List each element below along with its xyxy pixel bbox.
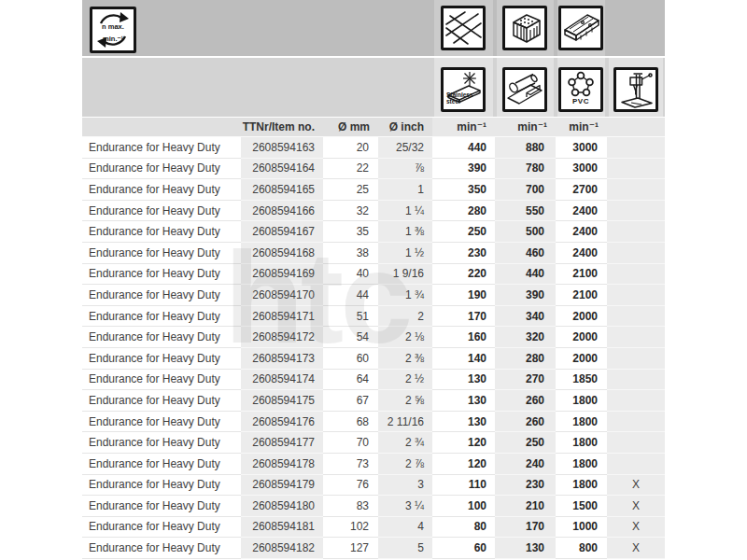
table-row: Endurance for Heavy Duty 2608594181 102 … [82,516,665,538]
diameter-inch-cell: 1 ½ [378,242,432,263]
product-name-cell: Endurance for Heavy Duty [82,200,241,221]
diameter-mm-cell: 25 [323,179,378,201]
item-no-cell: 2608594168 [241,242,323,263]
rpm-wood-cell: 1800 [556,432,607,454]
rpm-tiles-cell: 130 [432,369,495,390]
drill-stand-cell [607,242,665,263]
item-no-cell: 2608594178 [241,453,323,474]
rpm-tiles-cell: 190 [432,285,495,306]
item-no-cell: 2608594169 [241,263,323,285]
diameter-mm-cell: 70 [323,432,378,454]
rotation-speed-icon: n max. min.⁻¹ [90,7,136,53]
rpm-brick-cell: 320 [495,327,556,348]
drill-stand-cell: X [607,496,665,517]
item-no-cell: 2608594172 [241,327,323,348]
diameter-inch-cell: 1 9/16 [378,263,432,285]
drill-stand-cell [607,327,665,348]
drill-stand-cell [607,221,665,243]
diameter-mm-cell: 54 [323,327,378,348]
rpm-brick-cell: 340 [495,305,556,327]
diameter-inch-cell: 1 ⅜ [378,221,432,243]
diameter-inch-cell: 2 11/16 [378,411,432,432]
rpm-wood-cell: 1850 [556,369,607,390]
item-no-cell: 2608594174 [241,369,323,390]
drill-stand-cell [607,390,665,412]
rpm-wood-cell: 1800 [556,474,607,496]
catalog-spec-page: n max. min.⁻¹ [0,0,747,560]
diameter-mm-cell: 44 [323,285,378,306]
rpm-brick-cell: 460 [495,242,556,263]
rpm-brick-cell: 260 [495,390,556,412]
drill-stand-cell: X [607,538,665,559]
diameter-inch-cell: 2 ⅝ [378,390,432,412]
item-no-cell: 2608594164 [241,158,323,179]
rpm-tiles-cell: 130 [432,390,495,412]
rpm-wood-cell: 1800 [556,411,607,432]
item-no-cell: 2608594182 [241,538,323,559]
wood-board-icon [558,6,603,50]
item-no-cell: 2608594173 [241,347,323,369]
diameter-inch-cell: 2 [378,305,432,327]
item-no-cell: 2608594166 [241,200,323,221]
table-row: Endurance for Heavy Duty 2608594176 68 2… [82,411,665,432]
rpm-brick-cell: 270 [495,369,556,390]
diameter-mm-cell: 32 [323,200,378,221]
pvc-icon: PVC [558,67,603,112]
item-no-cell: 2608594170 [241,285,323,306]
rpm-wood-cell: 3000 [556,137,607,159]
product-name-cell: Endurance for Heavy Duty [82,496,241,517]
item-no-cell: 2608594181 [241,516,323,538]
diameter-inch-cell: 1 ¾ [378,285,432,306]
rpm-brick-cell: 500 [495,221,556,243]
rpm-tiles-cell: 250 [432,221,495,243]
diameter-inch-cell: 2 ⅞ [378,453,432,474]
diameter-mm-cell: 83 [323,496,378,517]
rpm-tiles-cell: 230 [432,242,495,263]
spec-table: TTNr/Item no. Ø mm Ø inch min⁻¹ min⁻¹ mi… [82,118,665,559]
diameter-mm-column-header: Ø mm [323,118,378,137]
diameter-mm-cell: 51 [323,305,378,327]
item-no-column-header: TTNr/Item no. [241,118,323,137]
diameter-inch-column-header: Ø inch [378,118,432,137]
diameter-mm-cell: 40 [323,263,378,285]
diameter-inch-cell: 3 [378,474,432,496]
drill-stand-cell [607,200,665,221]
rpm-tiles-cell: 350 [432,179,495,201]
table-row: Endurance for Heavy Duty 2608594163 20 2… [82,137,665,159]
rpm-tiles-cell: 280 [432,200,495,221]
drill-stand-cell [607,305,665,327]
table-row: Endurance for Heavy Duty 2608594182 127 … [82,538,665,559]
rpm-wood-cell: 1000 [556,516,607,538]
drill-stand-cell [607,285,665,306]
product-name-cell: Endurance for Heavy Duty [82,453,241,474]
product-name-cell: Endurance for Heavy Duty [82,179,241,201]
item-no-cell: 2608594176 [241,411,323,432]
rpm-wood-cell: 2400 [556,221,607,243]
rpm-wood-cell: 2000 [556,327,607,348]
rpm-wood-cell: 2000 [556,305,607,327]
rpm-brick-cell: 390 [495,285,556,306]
rpm-tiles-cell: 120 [432,432,495,454]
rpm-tiles-cell: 100 [432,496,495,517]
stainless-steel-label: Stainless steel [446,92,474,105]
table-row: Endurance for Heavy Duty 2608594178 73 2… [82,453,665,474]
rpm-wood-cell: 2400 [556,242,607,263]
product-name-cell: Endurance for Heavy Duty [82,158,241,179]
table-row: Endurance for Heavy Duty 2608594172 54 2… [82,327,665,348]
rpm-brick-cell: 280 [495,347,556,369]
pvc-label: PVC [561,98,600,105]
diameter-inch-cell: 25/32 [378,137,432,159]
rpm-brick-cell: 240 [495,453,556,474]
header-row: TTNr/Item no. Ø mm Ø inch min⁻¹ min⁻¹ mi… [82,118,665,137]
diameter-inch-cell: 2 ½ [378,369,432,390]
rpm-wood-cell: 1800 [556,453,607,474]
diameter-inch-cell: 1 ¼ [378,200,432,221]
diameter-mm-cell: 127 [323,538,378,559]
rpm-tiles-cell: 80 [432,516,495,538]
rpm-wood-cell: 2100 [556,263,607,285]
product-name-cell: Endurance for Heavy Duty [82,347,241,369]
rpm-brick-cell: 170 [495,516,556,538]
rpm-tiles-cell: 170 [432,305,495,327]
diameter-mm-cell: 73 [323,453,378,474]
rpm-tiles-cell: 220 [432,263,495,285]
